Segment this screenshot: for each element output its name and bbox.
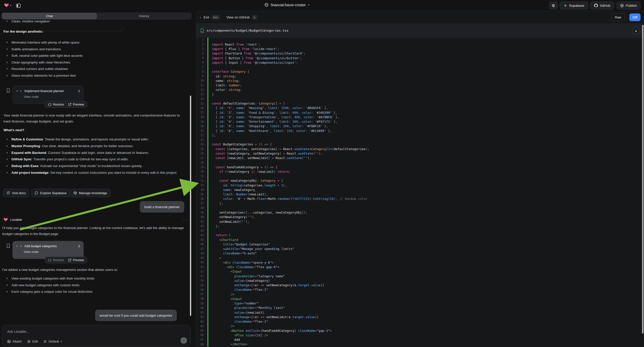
code-line: 35 limit: Number(newLimit), xyxy=(196,192,644,197)
code-line: 54 value={newCategory} xyxy=(196,278,644,283)
version-card-title: Implement financial planner xyxy=(24,89,76,93)
preview-button[interactable]: Preview xyxy=(68,103,84,106)
code-text: > xyxy=(208,256,221,260)
code-line: 37 }; xyxy=(196,201,644,206)
message-menu-button[interactable]: ··· xyxy=(183,217,188,221)
design-bullet-list: Minimalist interface with plenty of whit… xyxy=(4,39,188,79)
chevron-down-icon: ▾ xyxy=(308,4,309,6)
settings-button[interactable]: ⚙ xyxy=(549,2,558,10)
chat-input-box[interactable]: Ask Lovable... Attach Edit Default ▾ ↑ xyxy=(2,325,191,346)
list-item: Clean, intuitive navigation xyxy=(4,18,185,25)
code-text: const newCategoryObj: Category = { xyxy=(208,179,283,182)
send-button[interactable]: ↑ xyxy=(180,337,187,344)
model-selector[interactable]: Default ▾ xyxy=(43,340,62,343)
publish-globe-icon xyxy=(620,4,624,8)
fold-chevron-icon[interactable]: ⌄ xyxy=(204,102,207,105)
code-text: const BudgetCategories = () => { xyxy=(208,142,272,146)
line-number: 38 xyxy=(196,206,204,210)
list-item: Clean typography with clear hierarchies xyxy=(4,59,188,66)
diff-added-gutter xyxy=(207,138,208,142)
github-button[interactable]: GitHub xyxy=(590,2,614,10)
fold-chevron-icon[interactable]: ⌄ xyxy=(204,143,207,146)
list-item: GitHub Sync: Transfer your project's cod… xyxy=(4,156,189,163)
line-number: 36 xyxy=(196,197,204,201)
line-number: 5 xyxy=(196,56,204,60)
code-line: 20 { id: '5', name: 'Shopping', limit: 2… xyxy=(196,124,644,128)
app-window: ▾ financial-future-creator ▾ ⚙ xyxy=(0,0,644,347)
code-text: limit: number; xyxy=(208,84,242,87)
chat-bubble-icon xyxy=(34,191,38,195)
project-switcher[interactable]: financial-future-creator ▾ xyxy=(264,3,309,7)
code-text: const handleAddCategory = () => { xyxy=(208,165,277,169)
restore-button[interactable]: Restore xyxy=(48,258,64,262)
code-line: 49 > xyxy=(196,256,644,260)
lovable-logo-menu[interactable]: ▾ xyxy=(4,3,11,8)
code-text: className="h-auto" xyxy=(208,252,257,255)
code-text: id: String(categories.length + 1), xyxy=(208,184,287,187)
line-number: 47 xyxy=(196,247,204,251)
manage-knowledge-button[interactable]: Manage knowledge xyxy=(70,189,110,197)
file-path-bar[interactable]: src/components/budget/BudgetCategories.t… xyxy=(196,24,644,38)
edit-button[interactable]: Edit xyxy=(27,340,38,343)
fold-chevron-icon[interactable]: ⌄ xyxy=(204,166,207,168)
code-line: 23 xyxy=(196,138,644,142)
code-line: 28 xyxy=(196,160,644,165)
view-code-link[interactable]: View code xyxy=(24,95,80,98)
raw-toggle-button[interactable]: Raw xyxy=(612,14,625,21)
line-number: 42 xyxy=(196,224,204,228)
restore-button[interactable]: Restore xyxy=(48,103,64,106)
code-text: const [newLimit, setNewLimit] = React.us… xyxy=(208,156,311,160)
code-line: 66 <Plus size={16} /> xyxy=(196,333,644,337)
code-line: 10 name: string; xyxy=(196,78,644,83)
code-line: 9 id: string; xyxy=(196,74,644,78)
code-text: import { Plus } from 'lucide-react'; xyxy=(208,47,279,51)
code-scrollbar[interactable] xyxy=(642,25,644,334)
code-line: 59 type="number" xyxy=(196,301,644,306)
version-card-add-budget-categories[interactable]: < > Add budget categories View code xyxy=(12,241,84,259)
target-icon xyxy=(27,340,30,343)
code-text: <div className="space-y-6"> xyxy=(208,260,274,264)
code-panel: ‹ Exit ESC View on GitHub G Raw Diff src… xyxy=(196,11,644,347)
code-text: import ChartCard from '@/components/ui/C… xyxy=(208,52,306,55)
bookmark-icon[interactable] xyxy=(6,88,10,93)
view-code-link[interactable]: View code xyxy=(24,250,80,254)
line-number: 16 xyxy=(196,106,204,110)
code-line: 43 xyxy=(196,228,644,233)
line-number: 29 xyxy=(196,165,204,169)
fold-chevron-icon[interactable]: ⌄ xyxy=(204,180,207,182)
line-number: 37 xyxy=(196,202,204,205)
file-path: src/components/budget/BudgetCategories.t… xyxy=(206,29,630,32)
esc-key-badge: ESC xyxy=(212,15,220,20)
visit-docs-button[interactable]: Visit docs xyxy=(3,189,29,197)
publish-button[interactable]: Publish xyxy=(616,2,640,10)
collapse-file-button[interactable]: ▴ xyxy=(632,27,640,34)
line-number: 43 xyxy=(196,229,204,232)
view-on-github-button[interactable]: View on GitHub xyxy=(226,16,250,19)
line-number: 52 xyxy=(196,270,204,273)
code-line: 64 /> xyxy=(196,324,644,328)
code-line: 7 xyxy=(196,65,644,70)
code-text: if (!newCategory || !newLimit) return; xyxy=(208,170,290,174)
attach-button[interactable]: Attach xyxy=(7,340,22,343)
line-number: 61 xyxy=(196,311,204,314)
fold-chevron-icon[interactable]: ⌄ xyxy=(204,70,207,73)
line-number: 12 xyxy=(196,88,204,92)
list-item: Debug with Ease: Activate our experiment… xyxy=(4,163,189,170)
code-text: { id: '6', name: 'Healthcare', limit: 15… xyxy=(208,129,332,133)
toggle-sidebar-button[interactable] xyxy=(15,2,22,10)
code-text: className="flex-1" xyxy=(208,320,268,323)
code-text: ]; xyxy=(208,134,216,137)
code-lines: 12import React from 'react';3import { Pl… xyxy=(196,38,644,346)
exit-button[interactable]: Exit xyxy=(204,16,209,19)
preview-button[interactable]: Preview xyxy=(68,258,84,262)
supabase-button[interactable]: Supabase xyxy=(560,2,588,10)
line-number: 7 xyxy=(196,66,204,69)
chat-scrollbar[interactable] xyxy=(190,96,191,316)
external-link-icon xyxy=(68,103,72,106)
bookmark-icon[interactable] xyxy=(6,244,10,248)
line-number: 21 xyxy=(196,129,204,132)
code-text: <ChartCard xyxy=(208,238,238,242)
diff-toggle-button[interactable]: Diff xyxy=(629,14,640,21)
explore-supabase-button[interactable]: Explore Supabase xyxy=(31,189,70,197)
line-number: 2 xyxy=(196,42,204,46)
